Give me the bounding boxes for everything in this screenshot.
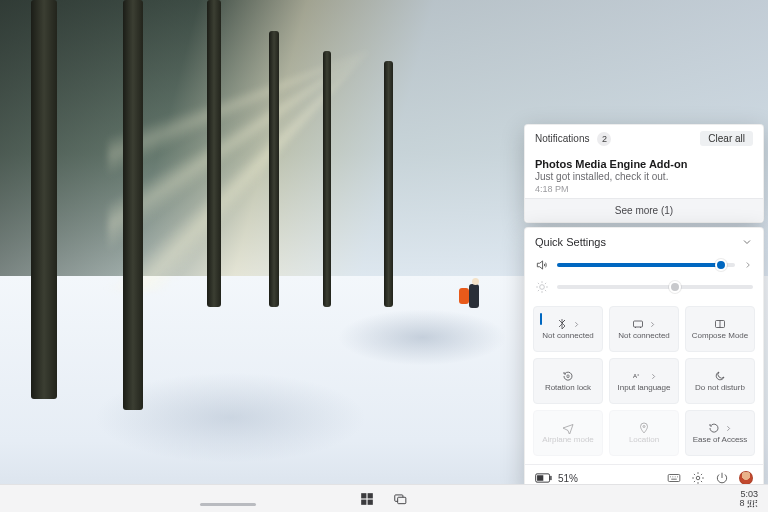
notification-time: 4:18 PM [535, 184, 753, 194]
ease-of-access-tile[interactable]: Ease of Access [685, 410, 755, 456]
volume-slider[interactable] [557, 263, 735, 267]
chevron-right-icon [572, 320, 581, 329]
power-icon[interactable] [715, 471, 729, 485]
input-language-label: Input language [618, 384, 671, 392]
chevron-right-icon [648, 320, 657, 329]
location-tile[interactable]: Location [609, 410, 679, 456]
battery-icon [535, 473, 553, 483]
compose-icon [714, 318, 726, 330]
rotation-lock-icon [562, 370, 574, 382]
quick-settings-title: Quick Settings [535, 236, 606, 248]
notifications-header: Notifications 2 Clear all [525, 125, 763, 152]
network-tile[interactable]: Not connected [609, 306, 679, 352]
gear-icon[interactable] [691, 471, 705, 485]
bluetooth-label: Not connected [542, 332, 594, 340]
input-language-icon: A° [631, 370, 645, 382]
battery-status[interactable]: 51% [535, 473, 578, 484]
chevron-right-icon [724, 424, 733, 433]
network-label: Not connected [618, 332, 670, 340]
svg-rect-9 [668, 475, 680, 482]
action-center: Notifications 2 Clear all Photos Media E… [524, 124, 764, 492]
airplane-label: Airplane mode [542, 436, 594, 444]
notifications-panel: Notifications 2 Clear all Photos Media E… [524, 124, 764, 223]
drag-handle[interactable] [200, 503, 256, 506]
quick-tiles-grid: Not connected Not connected Compose Mode [525, 300, 763, 464]
chevron-right-icon [649, 372, 658, 381]
airplane-mode-tile[interactable]: Airplane mode [533, 410, 603, 456]
location-icon [638, 422, 650, 434]
compose-mode-tile[interactable]: Compose Mode [685, 306, 755, 352]
do-not-disturb-tile[interactable]: Do not disturb [685, 358, 755, 404]
notification-title: Photos Media Engine Add-on [535, 158, 753, 170]
moon-icon [714, 370, 726, 382]
clock[interactable]: 5:03 8 ፶፫ [739, 490, 758, 508]
notifications-title: Notifications [535, 133, 589, 144]
svg-rect-8 [537, 475, 543, 481]
rotation-label: Rotation lock [545, 384, 591, 392]
taskbar: 5:03 8 ፶፫ [0, 484, 768, 512]
svg-rect-14 [368, 499, 373, 504]
brightness-slider[interactable] [557, 285, 753, 289]
svg-rect-3 [567, 375, 569, 378]
svg-text:A°: A° [633, 373, 640, 379]
notifications-count-badge: 2 [597, 132, 611, 146]
bluetooth-icon [556, 318, 568, 330]
clear-all-button[interactable]: Clear all [700, 131, 753, 146]
brightness-icon [535, 280, 549, 294]
chevron-right-icon[interactable] [743, 260, 753, 270]
see-more-button[interactable]: See more (1) [525, 198, 763, 222]
notification-item[interactable]: Photos Media Engine Add-on Just got inst… [525, 152, 763, 198]
sliders-group [525, 256, 763, 300]
volume-slider-row [535, 258, 753, 272]
svg-rect-16 [398, 497, 406, 503]
svg-point-5 [643, 426, 645, 428]
svg-rect-13 [361, 499, 366, 504]
quick-settings-header[interactable]: Quick Settings [525, 228, 763, 256]
user-avatar[interactable] [739, 471, 753, 485]
svg-rect-7 [550, 476, 551, 480]
svg-rect-1 [633, 321, 642, 327]
clock-date: 8 ፶፫ [739, 499, 758, 508]
airplane-icon [562, 422, 574, 434]
svg-rect-12 [368, 493, 373, 498]
input-language-tile[interactable]: A° Input language [609, 358, 679, 404]
brightness-slider-row [535, 280, 753, 294]
compose-label: Compose Mode [692, 332, 748, 340]
task-view-button[interactable] [392, 492, 408, 506]
bluetooth-tile[interactable]: Not connected [533, 306, 603, 352]
quick-settings-panel: Quick Settings [524, 227, 764, 492]
rotation-lock-tile[interactable]: Rotation lock [533, 358, 603, 404]
svg-rect-11 [361, 493, 366, 498]
dnd-label: Do not disturb [695, 384, 745, 392]
start-button[interactable] [360, 492, 374, 506]
svg-point-0 [540, 285, 545, 290]
chevron-down-icon [741, 236, 753, 248]
ease-label: Ease of Access [693, 436, 748, 444]
network-icon [632, 318, 644, 330]
svg-point-10 [696, 476, 700, 480]
battery-percent: 51% [558, 473, 578, 484]
keyboard-icon[interactable] [667, 471, 681, 485]
speaker-icon [535, 258, 549, 272]
location-label: Location [629, 436, 659, 444]
ease-of-access-icon [708, 422, 720, 434]
notification-text: Just got installed, check it out. [535, 171, 753, 182]
